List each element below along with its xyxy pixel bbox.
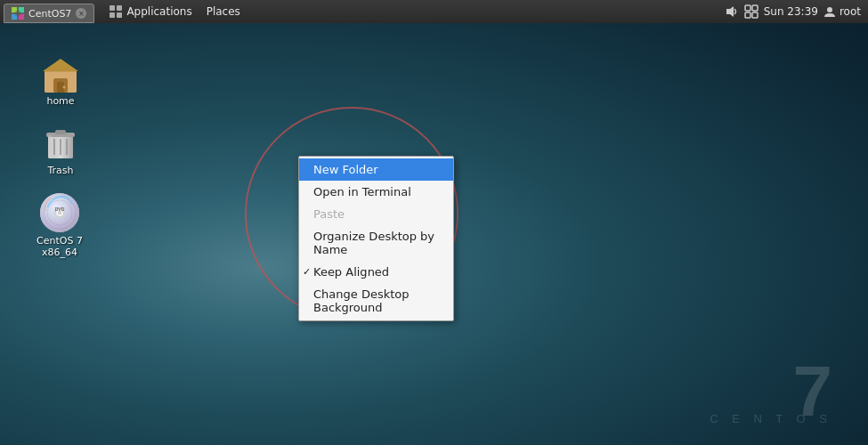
volume-icon [725, 4, 739, 19]
tab-close-button[interactable]: × [76, 8, 86, 19]
places-menu[interactable]: Places [199, 0, 247, 23]
places-label: Places [207, 5, 240, 18]
taskbar: CentOS7 × Applications Places [0, 0, 868, 23]
open-terminal-label: Open in Terminal [313, 185, 411, 198]
centos7-tab[interactable]: CentOS7 × [4, 4, 94, 23]
time-display: Sun 23:39 [764, 5, 818, 18]
trash-folder-icon [39, 121, 82, 164]
dvd-disc-icon: DVD [38, 191, 81, 234]
svg-rect-13 [752, 12, 758, 18]
network-icon [744, 4, 758, 19]
trash-icon-label: Trash [44, 164, 77, 177]
context-menu: New Folder Open in Terminal Paste Organi… [298, 156, 454, 321]
context-menu-open-terminal[interactable]: Open in Terminal [299, 181, 453, 203]
centos-logo-icon [12, 7, 24, 20]
context-menu-keep-aligned[interactable]: Keep Aligned [299, 261, 453, 283]
user-label: root [840, 5, 861, 18]
dvd-icon-label: CentOS 7 x86_64 [20, 234, 100, 259]
svg-rect-21 [45, 69, 77, 72]
taskbar-menu: Applications Places [101, 0, 247, 23]
home-icon-container[interactable]: home [25, 52, 96, 108]
home-icon-label: home [43, 94, 77, 108]
svg-rect-8 [117, 12, 122, 18]
centos7-tab-label: CentOS7 [28, 8, 71, 20]
applications-label: Applications [126, 5, 191, 18]
svg-point-14 [827, 7, 832, 12]
taskbar-right: Sun 23:39 root [725, 0, 868, 23]
svg-point-20 [63, 86, 66, 89]
home-folder-icon [39, 52, 82, 94]
user-icon [823, 5, 836, 18]
svg-rect-29 [48, 135, 53, 158]
svg-rect-25 [55, 130, 66, 134]
keep-aligned-label: Keep Aligned [313, 265, 389, 279]
svg-rect-11 [752, 5, 758, 11]
applications-menu[interactable]: Applications [101, 0, 199, 23]
context-menu-organize[interactable]: Organize Desktop by Name [299, 225, 453, 261]
clock: Sun 23:39 [764, 5, 818, 18]
svg-rect-12 [745, 12, 750, 18]
paste-label: Paste [313, 207, 345, 221]
context-menu-paste: Paste [299, 203, 453, 225]
svg-rect-5 [110, 5, 115, 11]
centos-watermark-text: C E N T O S [710, 412, 832, 425]
user-indicator[interactable]: root [823, 5, 861, 18]
svg-rect-7 [110, 12, 115, 18]
volume-control[interactable] [725, 4, 739, 19]
svg-rect-10 [745, 5, 750, 11]
context-menu-change-background[interactable]: Change Desktop Background [299, 283, 453, 319]
svg-rect-6 [117, 5, 122, 11]
change-background-label: Change Desktop Background [313, 287, 439, 314]
network-indicator[interactable] [744, 4, 758, 19]
taskbar-left: CentOS7 × Applications Places [0, 0, 247, 23]
new-folder-label: New Folder [313, 163, 378, 176]
context-menu-new-folder[interactable]: New Folder [299, 158, 453, 181]
applications-icon [109, 4, 123, 19]
trash-icon-container[interactable]: Trash [25, 121, 96, 177]
organize-label: Organize Desktop by Name [313, 230, 439, 256]
svg-rect-4 [15, 11, 20, 15]
svg-marker-17 [43, 59, 78, 71]
svg-marker-9 [726, 6, 734, 17]
svg-text:DVD: DVD [55, 206, 65, 212]
dvd-icon-container[interactable]: DVD CentOS 7 x86_64 [20, 191, 100, 259]
